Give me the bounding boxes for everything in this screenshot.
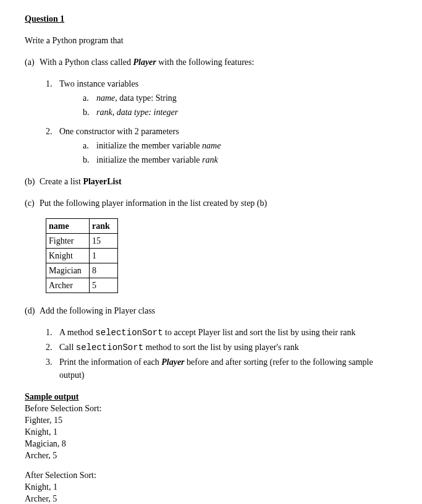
section-c-label: (c) (25, 197, 40, 210)
a2a-text: initialize the member variable name (96, 139, 221, 152)
section-b-text: Create a list PlayerList (40, 175, 122, 188)
section-d-list: 1.A method selectionSort to accept Playe… (25, 326, 397, 382)
cell-rank: 8 (90, 263, 118, 278)
d-item-text: Call selectionSort method to sort the li… (59, 341, 397, 354)
a-item-1-sub-b: b. rank, data type: integer (83, 106, 397, 119)
section-a-pre: With a Python class called (40, 58, 133, 67)
a-item-1-text: Two instance variables (59, 77, 138, 90)
code-span: selectionSort (95, 328, 162, 338)
section-b-label: (b) (25, 175, 40, 188)
section-d-text: Add the following in Player class (40, 304, 155, 317)
d-item: 3.Print the information of each Player b… (46, 356, 397, 382)
th-name: name (46, 219, 90, 234)
emph-span: Player (161, 357, 184, 367)
d-item-text: Print the information of each Player bef… (59, 356, 397, 382)
a2b-italic: rank (202, 155, 218, 164)
cell-name: Fighter (46, 234, 90, 249)
a-item-1-sub: a. name, data type: String b. rank, data… (46, 92, 397, 119)
a-item-2-sub-a: a. initialize the member variable name (83, 139, 397, 152)
d-item-text: A method selectionSort to accept Player … (59, 326, 397, 340)
d-item: 2.Call selectionSort method to sort the … (46, 341, 397, 354)
table-row: Archer 5 (46, 278, 118, 293)
section-a-post: with the following features: (156, 58, 255, 67)
cell-name: Magician (46, 263, 90, 278)
sample-line: Knight, 1 (25, 427, 397, 438)
section-a-list: 1. Two instance variables a. name, data … (25, 77, 397, 166)
cell-rank: 15 (90, 234, 118, 249)
a2a-lbl: a. (83, 139, 96, 152)
cell-name: Archer (46, 278, 90, 293)
table-header-row: name rank (46, 219, 118, 234)
a-item-2-num: 2. (46, 125, 59, 138)
a2b-lbl: b. (83, 153, 96, 166)
d-item: 1.A method selectionSort to accept Playe… (46, 326, 397, 340)
text-span: Call (59, 343, 76, 352)
sample-after-block: After Selection Sort: Knight, 1 Archer, … (25, 470, 397, 504)
d-item-num: 3. (46, 356, 59, 382)
sample-line: Fighter, 15 (25, 415, 397, 427)
section-c: (c) Put the following player information… (25, 197, 397, 210)
d-item-num: 1. (46, 326, 59, 340)
sample-output-title: Sample output (25, 390, 397, 403)
text-span: method to sort the list by using player'… (143, 343, 299, 352)
a2a-italic: name (202, 141, 221, 150)
a1a-tail: , data type: String (115, 93, 177, 103)
sample-before-heading: Before Selection Sort: (25, 403, 397, 415)
section-a-label: (a) (25, 56, 40, 69)
section-c-text: Put the following player information in … (40, 197, 267, 210)
a2b-text: initialize the member variable rank (96, 153, 218, 166)
a2a-pre: initialize the member variable (96, 141, 202, 150)
sample-line: Archer, 5 (25, 450, 397, 462)
text-span: A method (59, 328, 95, 337)
intro-text: Write a Python program that (25, 34, 397, 47)
player-table: name rank Fighter 15 Knight 1 Magician 8… (46, 218, 118, 293)
section-a: (a) With a Python class called Player wi… (25, 56, 397, 69)
a-item-2-text: One constructor with 2 parameters (59, 125, 179, 138)
section-b: (b) Create a list PlayerList (25, 175, 397, 188)
a-item-1: 1. Two instance variables (46, 77, 397, 90)
d-item-num: 2. (46, 341, 59, 354)
section-b-bold: PlayerList (83, 177, 121, 186)
a-item-2: 2. One constructor with 2 parameters (46, 125, 397, 138)
sample-after-heading: After Selection Sort: (25, 470, 397, 482)
sample-line: Magician, 8 (25, 438, 397, 450)
section-a-text: With a Python class called Player with t… (40, 56, 254, 69)
a1a-lbl: a. (83, 92, 96, 105)
text-span: to accept Player list and sort the list … (163, 328, 356, 337)
a1a-text: name, data type: String (96, 92, 177, 105)
section-d-label: (d) (25, 304, 40, 317)
section-b-pre: Create a list (40, 177, 83, 186)
cell-rank: 5 (90, 278, 118, 293)
a1b-text: rank, data type: integer (96, 106, 178, 119)
a1a-italic: name (96, 93, 115, 103)
section-d: (d) Add the following in Player class (25, 304, 397, 317)
a1b-lbl: b. (83, 106, 96, 119)
sample-before-block: Before Selection Sort: Fighter, 15 Knigh… (25, 403, 397, 461)
sample-line: Knight, 1 (25, 482, 397, 493)
section-a-classname: Player (133, 58, 156, 67)
cell-name: Knight (46, 249, 90, 263)
sample-line: Archer, 5 (25, 493, 397, 504)
th-rank: rank (90, 219, 118, 234)
code-span: selectionSort (76, 343, 143, 352)
table-row: Knight 1 (46, 249, 118, 263)
a-item-1-num: 1. (46, 77, 59, 90)
text-span: Print the information of each (59, 357, 161, 367)
cell-rank: 1 (90, 249, 118, 263)
question-title: Question 1 (25, 12, 397, 25)
a2b-pre: initialize the member variable (96, 155, 202, 164)
a-item-1-sub-a: a. name, data type: String (83, 92, 397, 105)
a-item-2-sub: a. initialize the member variable name b… (46, 139, 397, 166)
a-item-2-sub-b: b. initialize the member variable rank (83, 153, 397, 166)
table-row: Magician 8 (46, 263, 118, 278)
table-row: Fighter 15 (46, 234, 118, 249)
